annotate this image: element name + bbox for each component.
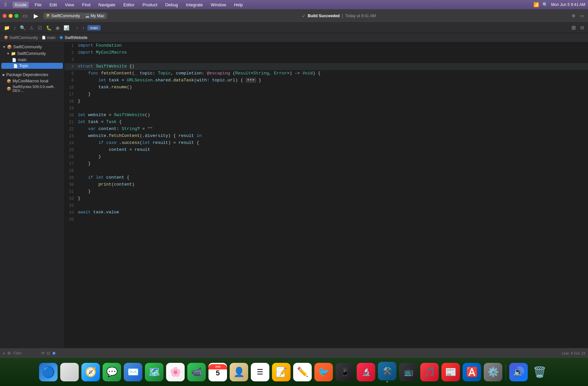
dock-item-music[interactable]: 🎵 <box>420 362 439 382</box>
dock-item-notes[interactable]: 📝 <box>271 362 291 382</box>
sidebar-group-header[interactable]: ▼ 📁 SwiftCommunity <box>0 50 64 57</box>
breadcrumb-sep-2: › <box>57 36 58 39</box>
fullscreen-button[interactable] <box>15 14 19 18</box>
sidebar-item-main[interactable]: 📄 main <box>0 57 64 63</box>
dock-item-instruments[interactable]: 🔬 <box>356 362 376 382</box>
project-label: SwiftCommunity <box>13 45 42 49</box>
dock-item-news[interactable]: 📰 <box>441 362 461 382</box>
sidebar-deps-header[interactable]: ▶ Package Dependencies <box>0 71 64 78</box>
dock-item-simulator[interactable]: 📱 <box>335 362 355 382</box>
dock-item-sysprefs[interactable]: ⚙️ <box>483 362 503 382</box>
trash-icon: 🗑️ <box>530 363 549 381</box>
dock-item-calendar[interactable]: JUN 5 <box>208 362 228 382</box>
dock-item-messages[interactable]: 💬 <box>102 362 122 382</box>
menubar-editor[interactable]: Editor <box>121 2 137 8</box>
dock-item-appletv[interactable]: 📺 <box>398 362 418 382</box>
minimize-button[interactable] <box>9 14 13 18</box>
menubar-file[interactable]: File <box>33 2 44 8</box>
dock-item-xcode[interactable]: ⚒️ <box>377 361 397 383</box>
dock-item-swift-playgrounds[interactable]: 🐦 <box>314 362 334 382</box>
dock-item-launchpad[interactable] <box>60 362 79 382</box>
main-toolbar: ▭ ▶ 📦 SwiftCommunity › 💻 My Mac ✓ Build … <box>0 9 588 22</box>
source-control-icon[interactable]: ↕ <box>12 24 17 31</box>
code-editor[interactable]: 1 import Foundation 2 import MyCoolMacro… <box>65 42 588 359</box>
code-line-31: 31 } <box>65 188 588 195</box>
code-line-6: 6 let task = URLSession.shared.dataTask(… <box>65 77 588 84</box>
dock-item-photos[interactable]: 🌸 <box>165 362 185 382</box>
menubar-navigate[interactable]: Navigate <box>96 2 117 8</box>
package-icon-2: 📦 <box>7 87 11 91</box>
filter-options-icon[interactable]: ⊡ <box>47 351 50 356</box>
menubar-product[interactable]: Product <box>141 2 159 8</box>
back-nav-button[interactable]: ‹ <box>75 24 79 31</box>
sidebar-project-header[interactable]: ▼ 📦 SwiftCommunity <box>0 44 64 50</box>
menubar-edit[interactable]: Edit <box>48 2 59 8</box>
menubar-xcode[interactable]: Xcode <box>13 2 29 8</box>
swift-playgrounds-icon: 🐦 <box>314 363 333 381</box>
toolbar-right-area: ⊕ ▭ <box>570 13 585 19</box>
apple-menu[interactable]:  <box>3 1 9 8</box>
sidebar-toggle-icon[interactable]: ▭ <box>21 12 29 20</box>
tests-icon[interactable]: ☑ <box>36 24 43 31</box>
editor-options-icon[interactable]: ⊟ <box>579 24 585 31</box>
dock-item-safari[interactable]: 🧭 <box>81 362 101 382</box>
search-icon[interactable]: 🔍 <box>542 2 548 7</box>
struct-icon: 🔷 <box>59 36 63 39</box>
chevron-right-icon: ▶ <box>3 73 5 76</box>
run-button[interactable]: ▶ <box>31 11 41 21</box>
dock-item-finder[interactable]: 🔵 <box>38 362 58 382</box>
dock-item-contacts[interactable]: 👤 <box>229 362 249 382</box>
find-in-project-icon[interactable]: 🔍 <box>19 24 27 31</box>
add-filter-button[interactable]: + <box>3 351 5 356</box>
menubar-help[interactable]: Help <box>232 2 245 8</box>
sidebar-item-topic[interactable]: 📄 Topic <box>1 63 63 69</box>
menubar-view[interactable]: View <box>63 2 76 8</box>
filter-input[interactable] <box>13 351 39 356</box>
breadcrumb-swiftwebsite[interactable]: 🔷 SwiftWebsite <box>59 35 87 40</box>
maps-icon: 🗺️ <box>145 363 163 381</box>
menubar-window[interactable]: Window <box>209 2 228 8</box>
main-layout: ▼ 📦 SwiftCommunity ▼ 📁 SwiftCommunity 📄 … <box>0 42 588 359</box>
breadcrumb-main[interactable]: 📄 main <box>42 35 56 40</box>
code-line-1: 1 import Foundation <box>65 42 588 49</box>
siri-icon: 🔊 <box>509 363 528 381</box>
issues-icon[interactable]: ⚠ <box>28 24 35 31</box>
plus-button[interactable]: ⊕ <box>570 13 577 19</box>
dock-item-freeform[interactable]: ✏️ <box>293 362 312 382</box>
code-line-34: 34 await task.value <box>65 209 588 216</box>
menubar-find[interactable]: Find <box>80 2 92 8</box>
debug-icon[interactable]: 🐛 <box>45 24 53 31</box>
code-line-32: 32 } <box>65 195 588 202</box>
line-col-display: Line: 4 Col: 22 <box>562 351 585 355</box>
breadcrumb-project[interactable]: 📦 SwiftCommunity <box>4 35 38 40</box>
dock-item-trash[interactable]: 🗑️ <box>530 362 550 382</box>
menubar-integrate[interactable]: Integrate <box>184 2 205 8</box>
dock-item-facetime[interactable]: 📹 <box>187 362 206 382</box>
code-line-19: 19 <box>65 105 588 112</box>
code-line-23: 23 website.fetchContent(.diversity) { re… <box>65 133 588 140</box>
dock-item-maps[interactable]: 🗺️ <box>144 362 164 382</box>
reminders-icon: ☰ <box>251 363 269 381</box>
sidebar-swiftsyntax[interactable]: 📦 SwiftSyntax 509.0.0-swift-DEV-... <box>0 84 64 93</box>
inspector-toggle[interactable]: ▭ <box>579 13 585 19</box>
dock-item-appstore[interactable]: 🅰️ <box>462 362 482 382</box>
chevron-down-icon-2: ▼ <box>7 52 10 55</box>
window-controls <box>3 14 19 18</box>
close-button[interactable] <box>3 14 7 18</box>
code-line-17: 17 } <box>65 91 588 98</box>
reports-icon[interactable]: 📊 <box>62 24 70 31</box>
forward-nav-button[interactable]: › <box>81 24 86 31</box>
file-icon-main: 📄 <box>12 58 17 62</box>
dock-item-siri[interactable]: 🔊 <box>509 362 528 382</box>
sidebar-mycoolmacros[interactable]: 📦 MyCoolMacros local <box>0 78 64 84</box>
code-line-22: 22 var content: String? = "" <box>65 126 588 133</box>
dock-item-reminders[interactable]: ☰ <box>250 362 270 382</box>
layout-icon[interactable]: ⊞ <box>570 24 577 31</box>
dock-item-mail[interactable]: ✉️ <box>123 362 143 382</box>
history-icon[interactable]: ⟳ <box>41 351 45 356</box>
folder-icon[interactable]: 📁 <box>3 24 11 31</box>
menubar-debug[interactable]: Debug <box>163 2 180 8</box>
main-tab[interactable]: main <box>87 25 101 30</box>
breakpoints-icon[interactable]: ◉ <box>54 24 61 31</box>
scheme-selector[interactable]: 📦 SwiftCommunity › 💻 My Mac <box>43 13 107 19</box>
